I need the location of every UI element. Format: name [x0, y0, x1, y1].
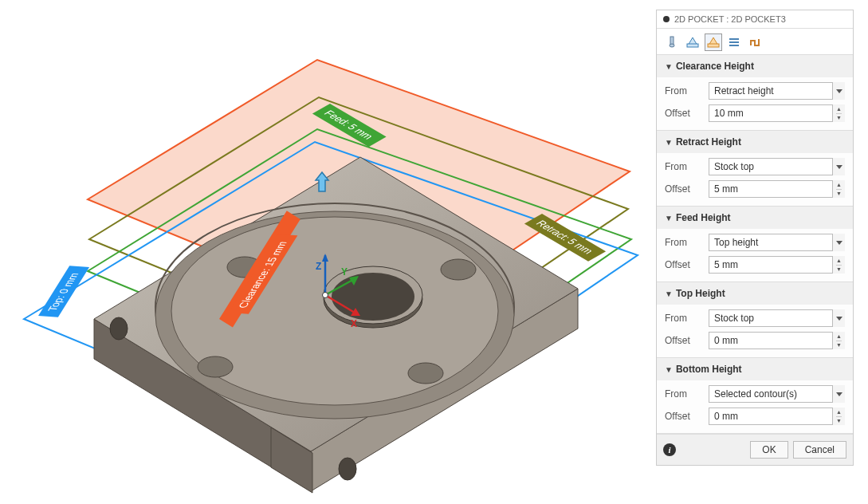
collapse-arrow-icon: ▼ — [665, 365, 673, 374]
retract-offset-input[interactable]: 5 mm — [709, 180, 845, 198]
top-offset-input[interactable]: 0 mm — [709, 332, 845, 349]
svg-text:Y: Y — [341, 266, 348, 278]
svg-marker-34 — [836, 89, 842, 93]
clearance-offset-input[interactable]: 10 mm — [709, 104, 845, 122]
section-header[interactable]: ▼ Bottom Height — [657, 358, 853, 380]
svg-marker-35 — [836, 165, 842, 169]
svg-point-11 — [198, 356, 233, 377]
from-label: From — [665, 161, 709, 172]
linking-tab[interactable] — [746, 33, 764, 51]
spinner-icon[interactable]: ▲▼ — [832, 256, 845, 274]
section-header[interactable]: ▼ Top Height — [657, 282, 853, 305]
panel-footer: i OK Cancel — [657, 434, 853, 465]
geometry-tab[interactable] — [684, 33, 701, 51]
offset-label: Offset — [665, 108, 709, 119]
section-title: Feed Height — [676, 212, 731, 223]
panel-title: 2D POCKET : 2D POCKET3 — [674, 14, 786, 24]
collapse-arrow-icon: ▼ — [665, 289, 673, 298]
offset-label: Offset — [665, 411, 709, 422]
retract-from-dropdown[interactable]: Stock top — [709, 158, 845, 175]
svg-marker-36 — [836, 241, 842, 245]
from-label: From — [665, 313, 709, 324]
spinner-icon[interactable]: ▲▼ — [832, 180, 845, 198]
section-title: Top Height — [676, 288, 725, 299]
heights-tab[interactable] — [705, 33, 722, 51]
svg-point-13 — [441, 259, 476, 280]
dropdown-caret-icon[interactable] — [832, 158, 845, 175]
dropdown-caret-icon[interactable] — [832, 309, 845, 327]
svg-point-9 — [332, 273, 414, 321]
section-feed-height: ▼ Feed Height From Top height Offset 5 m… — [657, 207, 853, 282]
passes-tab[interactable] — [725, 33, 743, 51]
svg-text:Z: Z — [316, 261, 321, 272]
section-title: Bottom Height — [676, 364, 742, 375]
svg-marker-37 — [836, 317, 842, 321]
spinner-icon[interactable]: ▲▼ — [832, 104, 845, 122]
section-top-height: ▼ Top Height From Stock top Offset 0 mm … — [657, 282, 853, 358]
bullet-icon — [663, 16, 670, 22]
tool-tab[interactable] — [663, 33, 681, 51]
collapse-arrow-icon: ▼ — [665, 62, 673, 71]
dropdown-caret-icon[interactable] — [832, 82, 845, 100]
bottom-offset-input[interactable]: 0 mm — [709, 408, 845, 425]
top-from-dropdown[interactable]: Stock top — [709, 309, 845, 327]
dropdown-caret-icon[interactable] — [832, 234, 845, 251]
panel-tab-strip — [657, 29, 853, 55]
from-label: From — [665, 237, 709, 248]
svg-point-12 — [408, 363, 443, 384]
offset-label: Offset — [665, 335, 709, 346]
cam-viewport[interactable]: Z X Y Feed: 5 mm Retract: 5 mm Clearance… — [0, 0, 654, 504]
section-clearance-height: ▼ Clearance Height From Retract height O… — [657, 55, 853, 131]
spinner-icon[interactable]: ▲▼ — [832, 408, 845, 425]
info-icon[interactable]: i — [663, 443, 676, 456]
section-title: Clearance Height — [676, 61, 754, 72]
operation-panel: 2D POCKET : 2D POCKET3 ▼ Clearance Heigh… — [656, 10, 854, 466]
section-title: Retract Height — [676, 136, 741, 148]
svg-text:X: X — [351, 318, 357, 329]
from-label: From — [665, 388, 709, 400]
svg-point-28 — [670, 44, 674, 47]
offset-label: Offset — [665, 183, 709, 195]
svg-rect-29 — [687, 44, 698, 47]
svg-rect-30 — [708, 44, 719, 47]
section-retract-height: ▼ Retract Height From Stock top Offset 5… — [657, 131, 853, 207]
panel-title-bar: 2D POCKET : 2D POCKET3 — [657, 10, 853, 29]
svg-point-14 — [110, 317, 128, 340]
feed-from-dropdown[interactable]: Top height — [709, 234, 845, 251]
from-label: From — [665, 85, 709, 96]
collapse-arrow-icon: ▼ — [665, 214, 673, 222]
ok-button[interactable]: OK — [750, 441, 787, 459]
svg-point-26 — [323, 293, 328, 298]
section-bottom-height: ▼ Bottom Height From Selected contour(s)… — [657, 358, 853, 434]
bottom-from-dropdown[interactable]: Selected contour(s) — [709, 385, 845, 403]
section-header[interactable]: ▼ Clearance Height — [657, 55, 853, 77]
feed-offset-input[interactable]: 5 mm — [709, 256, 845, 274]
clearance-from-dropdown[interactable]: Retract height — [709, 82, 845, 100]
section-header[interactable]: ▼ Retract Height — [657, 131, 853, 153]
section-header[interactable]: ▼ Feed Height — [657, 207, 853, 229]
offset-label: Offset — [665, 259, 709, 270]
spinner-icon[interactable]: ▲▼ — [832, 332, 845, 349]
collapse-arrow-icon: ▼ — [665, 138, 673, 147]
dropdown-caret-icon[interactable] — [832, 385, 845, 403]
svg-marker-38 — [836, 392, 842, 396]
viewport-svg: Z X Y — [0, 0, 654, 504]
cancel-button[interactable]: Cancel — [793, 441, 846, 459]
svg-point-15 — [339, 458, 356, 480]
